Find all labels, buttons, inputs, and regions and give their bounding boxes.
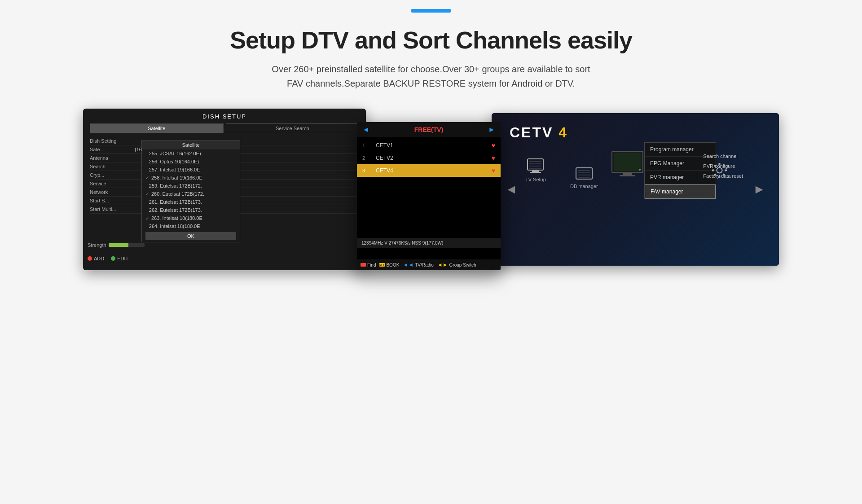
svg-rect-23 (713, 173, 716, 176)
cetv-screen: CETV 4 ◄ ► (492, 113, 779, 266)
sat-name-260: 260. Eutelsat 172B(172. (151, 191, 204, 197)
strength-fill (109, 243, 128, 247)
sat-item-257[interactable]: 257. Intelsat 19(166.0E (142, 166, 240, 174)
ctrl-tvradio-label: TV/Radio (415, 263, 434, 267)
ctrl-groupswitch[interactable]: ◄► Group Switch (437, 262, 476, 268)
strength-row: Strength (88, 242, 361, 248)
channel-item-2[interactable]: 2 CETV2 ♥ (357, 152, 501, 164)
channel-list-container: ◄ FREE(TV) ► 1 CETV1 ♥ 2 CETV2 ♥ (357, 122, 501, 270)
dish-setup-tabs: Satellite Service Search (90, 123, 359, 133)
satellite-dropdown[interactable]: Satellite 255. JCSAT 16(162.0E) 256. Opt… (141, 140, 240, 242)
sat-item-259[interactable]: 259. Eutelsat 172B(172. (142, 182, 240, 190)
cetv-num: 4 (559, 124, 568, 140)
tab-satellite[interactable]: Satellite (90, 123, 224, 133)
svg-rect-20 (725, 170, 727, 171)
ch-num-1: 1 (362, 143, 376, 148)
svg-rect-19 (722, 164, 725, 167)
channel-list-title: FREE(TV) (414, 126, 444, 133)
red-dot-icon (88, 256, 92, 261)
sat-check-261 (145, 200, 147, 205)
cetv-logo: CETV 4 (510, 124, 568, 141)
tab-service-search[interactable]: Service Search (226, 123, 360, 133)
fav-heart-1: ♥ (492, 142, 495, 149)
channel-list-screen: ◄ FREE(TV) ► 1 CETV1 ♥ 2 CETV2 ♥ (357, 109, 501, 270)
svg-rect-21 (722, 173, 725, 176)
ctrl-book-label: BOOK (386, 263, 399, 267)
sat-name-263: 263. Intelsat 18(180.0E (151, 215, 202, 221)
menu-item-fav-manager[interactable]: FAV manager (645, 184, 716, 199)
sat-item-260[interactable]: ✓ 260. Eutelsat 172B(172. (142, 190, 240, 198)
svg-rect-18 (719, 163, 721, 165)
add-label: ADD (94, 256, 104, 261)
db-manager-label: DB manager (570, 184, 598, 189)
tv-setup-icon (525, 158, 545, 176)
channel-item-1[interactable]: 1 CETV1 ♥ (357, 139, 501, 152)
sat-name-264: 264. Intelsat 18(180.0E (149, 224, 200, 229)
sat-check-256 (145, 159, 147, 164)
label-search: Search (90, 164, 135, 169)
cetv-prev-arrow-icon[interactable]: ◄ (505, 182, 518, 197)
sat-item-261[interactable]: 261. Eutelsat 172B(173. (142, 198, 240, 206)
sat-name-257: 257. Intelsat 19(166.0E (149, 167, 200, 172)
ok-button[interactable]: OK (145, 232, 236, 240)
dish-setup-screen: DISH SETUP Satellite Service Search Dish… (83, 109, 366, 270)
sat-item-256[interactable]: 256. Optus 10(164.0E) (142, 158, 240, 166)
fav-heart-2: ♥ (492, 154, 495, 162)
main-title: Setup DTV and Sort Channels easily (0, 26, 862, 54)
tv-setup-label: TV Setup (525, 177, 546, 182)
tv-setup-panel: TV Setup (525, 158, 546, 182)
label-dish-setting: Dish Setting (90, 138, 135, 144)
ctrl-groupswitch-label: Group Switch (449, 263, 476, 267)
svg-rect-24 (712, 170, 714, 171)
strength-label: Strength (88, 242, 106, 248)
sat-item-263[interactable]: ✓ 263. Intelsat 18(180.0E (142, 214, 240, 222)
cetv-container: CETV 4 ◄ ► (492, 113, 779, 266)
label-antenna: Antenna (90, 155, 135, 161)
ch-next-arrow-icon[interactable]: ► (488, 126, 495, 134)
sat-item-264[interactable]: 264. Intelsat 18(180.0E (142, 222, 240, 230)
menu-label-epg-manager: EPG Manager (650, 160, 684, 167)
dish-setup-title: DISH SETUP (90, 113, 359, 120)
sat-item-258[interactable]: ✓ 258. Intelsat 19(166.0E (142, 174, 240, 182)
ctrl-find[interactable]: Find (361, 262, 376, 268)
cetv-next-arrow-icon[interactable]: ► (753, 182, 765, 197)
ch-name-3: CETV4 (376, 167, 492, 174)
label-sate: Sate... (90, 147, 135, 152)
sat-check-257 (145, 167, 147, 172)
sat-check-263: ✓ (145, 216, 149, 221)
ch-prev-arrow-icon[interactable]: ◄ (362, 126, 369, 134)
svg-rect-13 (614, 153, 641, 171)
edit-label: EDIT (117, 256, 128, 261)
sat-check-260: ✓ (145, 192, 149, 197)
strength-bar (109, 243, 145, 247)
add-button[interactable]: ADD (88, 256, 104, 261)
sat-check-264 (145, 224, 147, 229)
ch-name-2: CETV2 (376, 155, 492, 161)
svg-point-16 (639, 169, 641, 171)
sat-check-259 (145, 184, 147, 188)
svg-rect-22 (719, 175, 721, 178)
sat-item-255[interactable]: 255. JCSAT 16(162.0E) (142, 149, 240, 158)
ch-num-3: 3 (362, 168, 376, 173)
main-tv-panel (611, 149, 644, 182)
ctrl-tvradio[interactable]: ◄◄ TV/Radio (403, 262, 433, 268)
gear-icon (712, 162, 727, 178)
sat-item-262[interactable]: 262. Eutelsat 172B(173. (142, 206, 240, 214)
dish-setup-container: DISH SETUP Satellite Service Search Dish… (83, 109, 366, 270)
edit-button[interactable]: EDIT (111, 256, 128, 261)
ctrl-ff-icon: ◄► (437, 262, 448, 268)
svg-rect-2 (530, 172, 541, 173)
label-start-multi: Start Multi... (90, 206, 135, 212)
sat-name-262: 262. Eutelsat 172B(173. (149, 207, 202, 213)
menu-label-pvr-manager: PVR manager (650, 174, 684, 180)
ctrl-book[interactable]: REC BOOK (379, 262, 399, 268)
channel-item-3[interactable]: 3 CETV4 ♥ (357, 164, 501, 177)
top-bar-line (411, 9, 451, 13)
channel-list: 1 CETV1 ♥ 2 CETV2 ♥ 3 CETV4 ♥ (357, 137, 501, 179)
svg-rect-25 (713, 164, 716, 167)
sat-name-259: 259. Eutelsat 172B(172. (149, 183, 202, 188)
screenshots-row: DISH SETUP Satellite Service Search Dish… (0, 109, 862, 306)
right-menu-item-search-channel: Search channel (703, 151, 743, 161)
green-dot-icon (111, 256, 115, 261)
svg-rect-1 (532, 171, 539, 172)
